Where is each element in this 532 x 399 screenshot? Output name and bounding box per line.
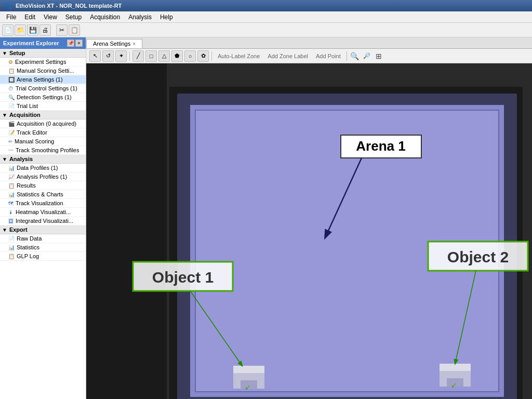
menu-acquisition[interactable]: Acquisition — [86, 12, 124, 22]
section-export-header[interactable]: ▼ Export — [0, 225, 86, 234]
tree-arena-settings[interactable]: 🔲 Arena Settings (1) — [0, 75, 86, 84]
tree-heatmap[interactable]: 🌡 Heatmap Visualizati... — [0, 208, 86, 217]
add-point-btn[interactable]: Add Point — [313, 53, 344, 59]
print-button[interactable]: 🖨 — [39, 24, 51, 36]
tree-track-editor[interactable]: 📝 Track Editor — [0, 128, 86, 137]
tree-track-smoothing[interactable]: 〰 Track Smoothing Profiles — [0, 146, 86, 155]
tab-close-icon[interactable]: × — [132, 41, 136, 47]
zoom-out-button[interactable]: 🔎 — [362, 51, 372, 61]
svg-text:Arena 1: Arena 1 — [356, 138, 405, 154]
tree-item-label: Track Editor — [17, 129, 47, 136]
section-setup-header[interactable]: ▼ Setup — [0, 49, 86, 58]
tree-integrated-vis[interactable]: 🖼 Integrated Visualizati... — [0, 217, 86, 225]
tree-analysis-profiles[interactable]: 📈 Analysis Profiles (1) — [0, 172, 86, 181]
acquisition-icon: 🎬 — [8, 121, 15, 127]
tree-results[interactable]: 📋 Results — [0, 181, 86, 190]
cut-button[interactable]: ✂ — [56, 24, 68, 36]
svg-text:Object 1: Object 1 — [152, 269, 214, 286]
tree-item-label: Trial Control Settings (1) — [16, 85, 77, 91]
menu-view[interactable]: View — [39, 12, 61, 22]
rect-tool[interactable]: □ — [145, 50, 157, 62]
menu-setup[interactable]: Setup — [61, 12, 86, 22]
tree-raw-data[interactable]: 📄 Raw Data — [0, 234, 86, 243]
menubar: File Edit View Setup Acquisition Analysi… — [0, 11, 532, 23]
tree-item-label: Statistics & Charts — [17, 191, 63, 197]
raw-data-icon: 📄 — [8, 236, 15, 242]
add-zone-label-btn[interactable]: Add Zone Label — [264, 53, 311, 59]
svg-rect-11 — [440, 364, 471, 371]
tree-item-label: Manual Scoring Setti... — [17, 68, 74, 74]
tree-view: ▼ Setup ⚙ Experiment Settings 📋 Manual S… — [0, 49, 86, 399]
arena-svg: ↙ ↙ Arena 1 Object 1 Object — [86, 63, 532, 399]
data-profiles-icon: 📊 — [8, 165, 15, 171]
save-button[interactable]: 💾 — [27, 24, 38, 36]
tree-experiment-settings[interactable]: ⚙ Experiment Settings — [0, 58, 86, 66]
open-button[interactable]: 📁 — [15, 24, 26, 36]
section-export: ▼ Export 📄 Raw Data 📊 Statistics 📋 GLP L… — [0, 225, 86, 261]
paste-button[interactable]: 📋 — [69, 24, 80, 36]
panel-pin-button[interactable]: 📌 — [67, 39, 74, 47]
tree-manual-scoring-settings[interactable]: 📋 Manual Scoring Setti... — [0, 66, 86, 75]
tree-track-visualization[interactable]: 🗺 Track Visualization — [0, 199, 86, 208]
tree-item-label: Integrated Visualizati... — [16, 218, 73, 224]
trial-control-icon: ⏱ — [8, 86, 14, 91]
main-toolbar: 📄 📁 💾 🖨 ✂ 📋 — [0, 23, 532, 37]
tree-manual-scoring[interactable]: ✏ Manual Scoring — [0, 137, 86, 146]
section-acquisition-header[interactable]: ▼ Acquisition — [0, 111, 86, 119]
section-analysis-header[interactable]: ▼ Analysis — [0, 155, 86, 164]
section-acquisition: ▼ Acquisition 🎬 Acquisition (0 acquired)… — [0, 111, 86, 155]
section-analysis: ▼ Analysis 📊 Data Profiles (1) 📈 Analysi… — [0, 155, 86, 225]
panel-close-button[interactable]: × — [75, 39, 83, 47]
toolbar-separator-2 — [211, 51, 212, 61]
tree-statistics-charts[interactable]: 📊 Statistics & Charts — [0, 190, 86, 199]
svg-rect-1 — [86, 63, 167, 399]
section-setup: ▼ Setup ⚙ Experiment Settings 📋 Manual S… — [0, 49, 86, 111]
line-tool[interactable]: ╱ — [132, 50, 144, 62]
point-tool[interactable]: ✦ — [115, 50, 127, 62]
expand-icon: ▼ — [2, 156, 7, 162]
new-button[interactable]: 📄 — [2, 24, 14, 36]
zoom-in-button[interactable]: 🔍 — [350, 51, 360, 61]
arena-toolbar: ↖ ↺ ✦ ╱ □ △ ⬟ ○ ✿ Auto-Label Zone Add Zo… — [86, 49, 532, 63]
menu-help[interactable]: Help — [156, 12, 177, 22]
tree-trial-list[interactable]: 📄 Trial List — [0, 102, 86, 111]
section-analysis-label: Analysis — [9, 156, 33, 162]
manual-scoring-settings-icon: 📋 — [8, 68, 15, 74]
svg-text:↙: ↙ — [245, 383, 251, 391]
section-acquisition-label: Acquisition — [9, 112, 41, 118]
canvas-area[interactable]: ↙ ↙ Arena 1 Object 1 Object — [86, 63, 532, 399]
menu-analysis[interactable]: Analysis — [124, 12, 156, 22]
toolbar-separator — [129, 51, 130, 61]
tree-data-profiles[interactable]: 📊 Data Profiles (1) — [0, 164, 86, 172]
circle-tool[interactable]: ○ — [184, 50, 196, 62]
auto-label-zone-btn[interactable]: Auto-Label Zone — [215, 53, 263, 59]
tree-item-label: Acquisition (0 acquired) — [17, 121, 76, 127]
main-layout: Experiment Explorer 📌 × ▼ Setup ⚙ Experi… — [0, 37, 532, 399]
rotate-tool[interactable]: ↺ — [102, 50, 114, 62]
tree-item-label: Raw Data — [17, 235, 42, 242]
tree-trial-control-settings[interactable]: ⏱ Trial Control Settings (1) — [0, 84, 86, 93]
tree-item-label: Detection Settings (1) — [17, 94, 72, 100]
manual-scoring-icon: ✏ — [8, 139, 12, 144]
menu-file[interactable]: File — [2, 12, 20, 22]
tree-statistics[interactable]: 📊 Statistics — [0, 243, 86, 252]
glp-log-icon: 📋 — [8, 254, 15, 259]
arena-settings-tab-label: Arena Settings — [93, 41, 130, 47]
menu-edit[interactable]: Edit — [20, 12, 39, 22]
polygon-tool[interactable]: ⬟ — [171, 50, 183, 62]
tree-glp-log[interactable]: 📋 GLP Log — [0, 252, 86, 261]
select-tool[interactable]: ↖ — [89, 50, 101, 62]
tree-item-label: Trial List — [17, 103, 38, 109]
track-vis-icon: 🗺 — [8, 201, 14, 206]
stats-charts-icon: 📊 — [8, 192, 15, 197]
fit-view-button[interactable]: ⊞ — [374, 51, 384, 61]
triangle-tool[interactable]: △ — [158, 50, 170, 62]
tree-acquisition[interactable]: 🎬 Acquisition (0 acquired) — [0, 119, 86, 128]
arena-settings-tab[interactable]: Arena Settings × — [86, 39, 142, 48]
tree-detection-settings[interactable]: 🔍 Detection Settings (1) — [0, 93, 86, 102]
svg-text:Object 2: Object 2 — [447, 248, 509, 265]
section-setup-label: Setup — [9, 50, 25, 56]
track-smoothing-icon: 〰 — [8, 148, 14, 153]
heatmap-icon: 🌡 — [8, 209, 14, 215]
custom-tool[interactable]: ✿ — [197, 50, 209, 62]
